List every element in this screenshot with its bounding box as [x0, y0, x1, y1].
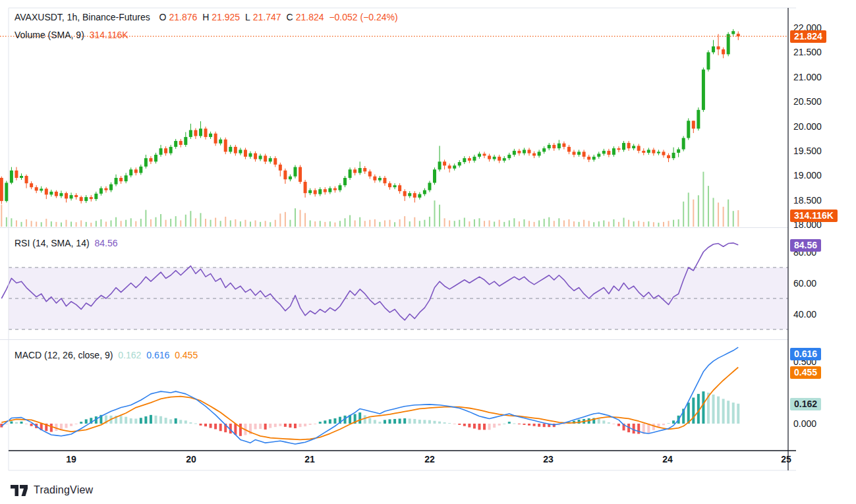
candle-body	[333, 188, 337, 190]
time-tick-label: 25	[772, 454, 801, 464]
candle-body	[637, 146, 641, 150]
candle-body	[149, 158, 152, 161]
volume-bar	[265, 221, 266, 227]
candle-body	[493, 157, 496, 159]
volume-bar	[509, 220, 510, 227]
chart-canvas[interactable]	[0, 0, 856, 504]
candle-body	[642, 151, 645, 153]
tradingview-logo[interactable]: TradingView	[11, 483, 93, 497]
macd-histogram-bar	[513, 424, 515, 424]
macd-histogram-bar	[130, 418, 132, 424]
candle-body	[249, 154, 252, 157]
volume-bar	[1, 205, 2, 227]
candle-body	[528, 150, 531, 153]
candle-body	[373, 177, 376, 181]
macd-histogram-bar	[169, 419, 172, 424]
volume-bar	[404, 216, 405, 227]
macd-histogram-bar	[737, 404, 739, 424]
macd-histogram-bar	[473, 424, 476, 429]
candle-body	[100, 188, 103, 194]
macd-tick-label: 0.000	[793, 418, 816, 429]
macd-histogram-bar	[234, 424, 237, 435]
candle-body	[324, 189, 327, 192]
candle-body	[0, 178, 3, 201]
volume-bar	[648, 221, 649, 227]
macd-histogram-bar	[448, 423, 451, 424]
time-tick-label: 20	[177, 454, 206, 464]
volume-bar	[653, 222, 654, 227]
candle-body	[174, 141, 177, 147]
candle-body	[139, 167, 142, 173]
macd-histogram-bar	[358, 412, 361, 424]
macd-legend[interactable]: MACD (12, 26, close, 9) 0.162 0.616 0.45…	[14, 350, 200, 360]
volume-bar	[558, 218, 559, 227]
macd-histogram-bar	[254, 424, 257, 429]
candle-body	[169, 147, 173, 154]
macd-histogram-bar	[50, 424, 53, 432]
symbol-legend[interactable]: AVAXUSDT, 1h, Binance-Futures O21.876 H2…	[14, 12, 401, 22]
macd-histogram-bar	[378, 422, 381, 424]
candle-body	[682, 138, 685, 149]
macd-histogram-bar	[134, 418, 137, 424]
candle-body	[602, 151, 606, 154]
price-tick-label: 20.500	[793, 96, 822, 107]
macd-histogram-bar	[239, 424, 242, 436]
candle-body	[144, 158, 148, 167]
volume-bar	[563, 220, 565, 227]
volume-bar	[260, 222, 261, 227]
macd-histogram-bar	[194, 424, 197, 424]
candle-body	[488, 155, 491, 159]
volume-bar	[389, 220, 391, 227]
volume-bar	[583, 220, 585, 227]
macd-histogram-bar	[598, 418, 600, 424]
candle-body	[30, 183, 33, 187]
macd-histogram-bar	[409, 418, 411, 424]
macd-histogram-bar	[528, 424, 530, 426]
macd-histogram-bar	[214, 424, 217, 429]
candle-body	[393, 185, 397, 187]
volume-bar	[21, 222, 22, 227]
volume-bar	[723, 207, 724, 227]
candle-body	[433, 169, 436, 182]
macd-histogram-bar	[503, 424, 505, 424]
volume-bar	[419, 221, 420, 227]
candle-body	[677, 150, 680, 153]
price-tick-label: 19.500	[793, 146, 822, 156]
candle-body	[293, 167, 297, 177]
candle-body	[279, 165, 282, 171]
candle-body	[109, 184, 113, 190]
candle-body	[627, 143, 631, 148]
candle-body	[179, 141, 183, 145]
candle-body	[592, 157, 596, 159]
macd-histogram-bar	[5, 424, 8, 424]
candle-body	[269, 158, 272, 161]
volume-bar	[36, 221, 37, 227]
volume-bar	[638, 221, 639, 227]
macd-histogram-bar	[413, 419, 416, 424]
volume-legend[interactable]: Volume (SMA, 9) 314.116K	[14, 30, 131, 40]
macd-histogram-bar	[468, 424, 471, 428]
candle-body	[413, 193, 416, 198]
macd-histogram-bar	[399, 418, 401, 424]
volume-bar	[130, 218, 132, 227]
volume-bar	[16, 220, 17, 227]
ohlc-low-value: 21.747	[253, 12, 281, 22]
candle-body	[687, 121, 690, 138]
volume-bar	[339, 221, 341, 227]
candle-body	[468, 158, 471, 161]
candle-body	[607, 151, 610, 155]
volume-bar	[90, 223, 92, 227]
candle-body	[652, 150, 655, 153]
candle-body	[80, 197, 83, 201]
rsi-legend[interactable]: RSI (14, SMA, 14) 84.56	[14, 238, 121, 248]
volume-bar	[708, 186, 709, 227]
candle-body	[463, 158, 466, 162]
candle-body	[548, 145, 551, 148]
volume-bar	[314, 221, 316, 227]
macd-histogram-bar	[633, 424, 635, 434]
volume-bar	[345, 218, 346, 227]
volume-bar	[295, 208, 296, 227]
macd-histogram-bar	[393, 419, 396, 424]
candle-body	[438, 161, 442, 169]
candle-body	[722, 49, 725, 54]
